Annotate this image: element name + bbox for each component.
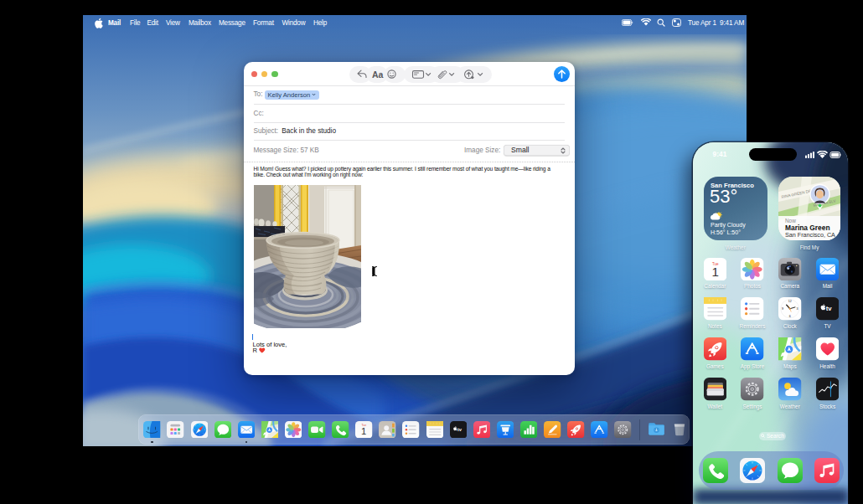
- svg-text:Aa: Aa: [372, 69, 384, 79]
